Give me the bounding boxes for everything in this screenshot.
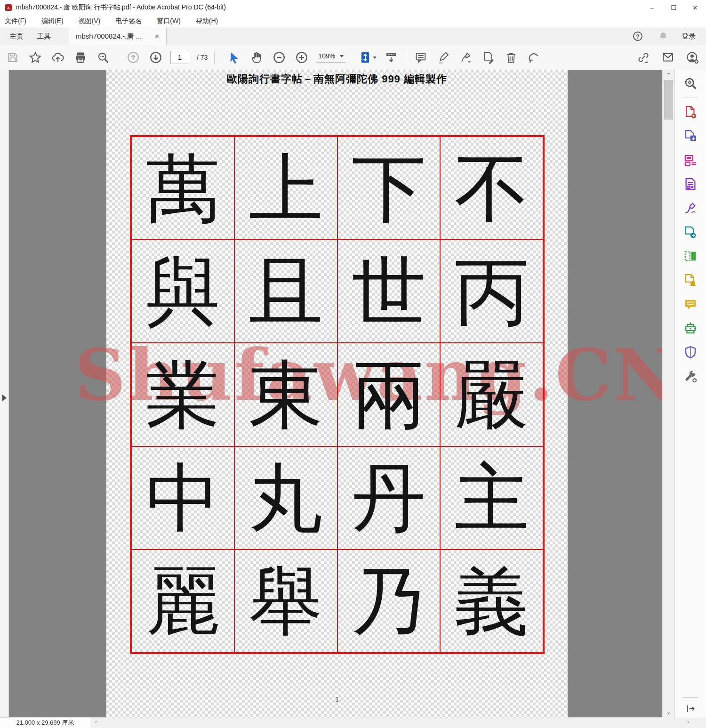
vertical-scrollbar[interactable]: ⌃ ⌄: [662, 70, 674, 718]
grid-cell: 上: [234, 137, 337, 240]
menu-help[interactable]: 帮助(H): [196, 17, 218, 25]
grid-cell: 不: [440, 137, 543, 240]
hand-tool-icon[interactable]: [249, 49, 265, 65]
page-header-text: 歐陽詢行書字帖－南無阿彌陀佛 999 編輯製作: [106, 72, 568, 86]
zoom-out-icon[interactable]: [271, 49, 287, 65]
create-pdf-icon[interactable]: [683, 105, 698, 119]
close-button[interactable]: ✕: [684, 0, 706, 15]
expand-tools-pane-icon[interactable]: [675, 703, 706, 714]
delete-trash-icon[interactable]: [503, 49, 519, 65]
print-icon[interactable]: [72, 49, 88, 65]
window-controls: – ☐ ✕: [641, 0, 706, 15]
search-tool-icon[interactable]: [683, 76, 698, 90]
scan-ocr-icon[interactable]: [683, 249, 698, 263]
tab-document[interactable]: mbsh7000824.-.唐 ... ✕: [69, 27, 167, 45]
more-tools-icon[interactable]: [683, 369, 698, 383]
menu-window[interactable]: 窗口(W): [157, 17, 181, 25]
zoom-level-value: 109%: [318, 52, 335, 60]
grid-cell: 麗: [131, 550, 234, 653]
rotate-icon[interactable]: [526, 49, 542, 65]
login-button[interactable]: 登录: [682, 32, 696, 41]
calligraphy-char: 丹: [352, 461, 426, 535]
calligraphy-char: 嚴: [455, 357, 529, 432]
comment-tool-icon[interactable]: [683, 297, 698, 311]
stamp-icon[interactable]: [683, 273, 698, 287]
calligraphy-char: 舉: [249, 564, 323, 638]
calligraphy-char: 乃: [352, 564, 426, 638]
scroll-down-icon[interactable]: ⌄: [663, 707, 674, 717]
menu-bar: 文件(F) 编辑(E) 视图(V) 电子签名 窗口(W) 帮助(H): [0, 15, 706, 27]
page-size-label: 21.000 x 29.699 厘米: [0, 718, 90, 728]
tab-close-icon[interactable]: ✕: [154, 33, 160, 40]
grid-cell: 丸: [234, 446, 337, 550]
calligraphy-grid: 萬 上 下 不 與 且 世 丙 業 東 兩 嚴 中 丸 丹 主 麗 舉 乃 義: [130, 135, 545, 654]
minimize-button[interactable]: –: [641, 0, 663, 15]
export-pdf-icon[interactable]: [683, 129, 698, 143]
send-for-review-icon[interactable]: [683, 225, 698, 239]
next-page-icon[interactable]: [148, 49, 164, 65]
window-title: mbsh7000824.-.唐 欧阳询 行书字帖.pdf - Adobe Acr…: [16, 3, 226, 12]
email-icon[interactable]: [660, 49, 676, 65]
tab-tools[interactable]: 工具: [30, 27, 57, 45]
prepare-form-icon[interactable]: [683, 177, 698, 191]
calligraphy-char: 兩: [352, 357, 426, 432]
vertical-scrollbar-thumb[interactable]: [664, 80, 673, 120]
grid-cell: 與: [131, 240, 234, 343]
sign-pen-icon[interactable]: [458, 49, 474, 65]
pdf-file-icon: A: [5, 4, 12, 11]
page-total-label: / 73: [197, 54, 208, 61]
navigation-pane-toggle-icon[interactable]: [2, 395, 7, 401]
highlighter-icon[interactable]: [435, 49, 451, 65]
calligraphy-char: 世: [352, 254, 426, 329]
link-share-icon[interactable]: [635, 49, 651, 65]
menu-view[interactable]: 视图(V): [79, 17, 101, 25]
comment-icon[interactable]: [413, 49, 429, 65]
tab-document-label: mbsh7000824.-.唐 ...: [76, 32, 142, 41]
page-footer-number: 1: [106, 696, 568, 704]
calligraphy-char: 東: [249, 357, 323, 432]
scroll-right-icon[interactable]: ›: [687, 718, 689, 725]
navigation-pane-strip: [0, 70, 9, 718]
menu-file[interactable]: 文件(F): [5, 17, 26, 25]
page-display-icon[interactable]: [383, 49, 399, 65]
previous-page-icon[interactable]: [125, 49, 141, 65]
print-production-icon[interactable]: [683, 321, 698, 335]
protect-shield-icon[interactable]: [683, 345, 698, 359]
save-icon[interactable]: [5, 49, 21, 65]
page-number-input[interactable]: [170, 51, 189, 64]
document-canvas[interactable]: 歐陽詢行書字帖－南無阿彌陀佛 999 編輯製作 1 Shufawang.CN 萬…: [9, 70, 663, 718]
zoom-level-dropdown[interactable]: 109%: [316, 52, 345, 63]
grid-cell: 東: [234, 343, 337, 446]
help-icon[interactable]: ?: [631, 29, 645, 43]
share-upload-icon[interactable]: [50, 49, 66, 65]
fill-sign-icon[interactable]: [683, 201, 698, 215]
document-pane: 歐陽詢行書字帖－南無阿彌陀佛 999 編輯製作 1 Shufawang.CN 萬…: [0, 70, 706, 718]
svg-text:A: A: [7, 6, 10, 10]
grid-cell: 主: [440, 446, 543, 550]
calligraphy-char: 中: [145, 461, 220, 535]
user-account-icon[interactable]: [684, 49, 700, 65]
grid-cell: 嚴: [440, 343, 543, 446]
notification-bell-icon[interactable]: [656, 29, 670, 43]
calligraphy-char: 業: [145, 357, 220, 432]
scroll-left-icon[interactable]: ‹: [95, 718, 97, 725]
maximize-button[interactable]: ☐: [663, 0, 684, 15]
grid-cell: 且: [234, 240, 337, 343]
search-icon[interactable]: [95, 49, 111, 65]
grid-cell: 業: [131, 343, 234, 446]
organize-pages-tool-icon[interactable]: [683, 153, 698, 167]
calligraphy-char: 下: [352, 151, 426, 226]
organize-pages-icon[interactable]: [481, 49, 497, 65]
svg-text:?: ?: [636, 33, 639, 40]
tab-home[interactable]: 主页: [3, 27, 30, 45]
scroll-up-icon[interactable]: ⌃: [663, 71, 674, 80]
menu-edit[interactable]: 编辑(E): [41, 17, 64, 25]
select-tool-icon[interactable]: [226, 49, 242, 65]
grid-cell: 世: [337, 240, 441, 343]
calligraphy-char: 主: [455, 461, 529, 535]
zoom-in-icon[interactable]: [294, 49, 310, 65]
main-toolbar: / 73 109%: [0, 45, 706, 70]
page-fit-dropdown[interactable]: [359, 51, 377, 64]
menu-esign[interactable]: 电子签名: [115, 17, 142, 25]
star-favorite-icon[interactable]: [27, 49, 43, 65]
